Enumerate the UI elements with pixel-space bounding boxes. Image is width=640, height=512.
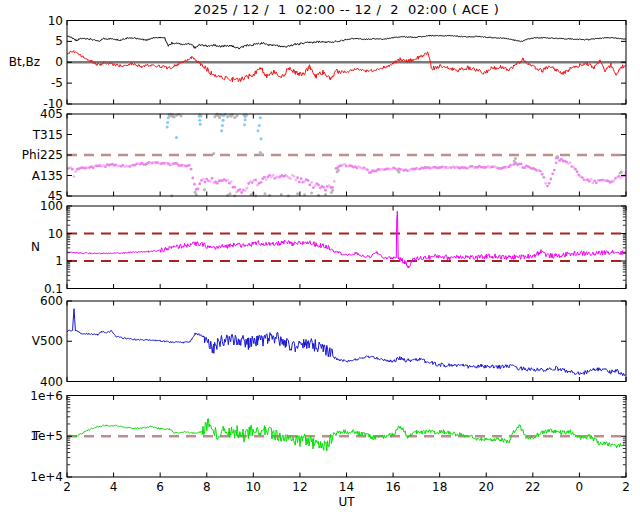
panel-border <box>67 206 626 289</box>
xtick-label: 8 <box>203 480 211 494</box>
panel-magnetic-field <box>67 21 626 105</box>
panel-label-v: V <box>32 334 41 348</box>
ytick-label: 1e+4 <box>30 470 63 484</box>
ytick-label: 500 <box>40 334 63 348</box>
panel-density <box>67 206 626 289</box>
bt-line <box>67 35 626 49</box>
n-line <box>67 211 626 268</box>
xtick-label: 20 <box>479 480 494 494</box>
panel-label-t: T <box>32 429 41 443</box>
ytick-label: 5 <box>55 34 63 48</box>
bz-line <box>67 51 626 82</box>
ytick-label: 225 <box>40 148 63 162</box>
ytick-label: 135 <box>40 169 63 183</box>
x-axis-label: UT <box>67 495 626 509</box>
ytick-label: 405 <box>40 107 63 121</box>
ace-solar-wind-plot: 2025 / 12 / 1 02:00 -- 12 / 2 02:00 ( AC… <box>0 0 640 512</box>
xtick-label: 14 <box>339 480 354 494</box>
panel-label-t: T <box>32 128 41 142</box>
xtick-label: 2 <box>622 480 630 494</box>
panel-label-a: A <box>32 169 41 183</box>
ytick-label: 600 <box>40 294 63 308</box>
chart-canvas: 1050-5-10Bt,Bz40531522513545TPhiA1001010… <box>0 0 640 512</box>
ytick-label: 10 <box>48 14 63 28</box>
xtick-label: 10 <box>246 480 261 494</box>
panel-label-phi: Phi <box>22 148 40 162</box>
ytick-label: 0 <box>55 55 63 69</box>
xtick-label: 2 <box>63 480 71 494</box>
xtick-label: 18 <box>432 480 447 494</box>
xtick-label: 6 <box>156 480 164 494</box>
ytick-label: 315 <box>40 128 63 142</box>
v-line <box>67 309 626 376</box>
xtick-label: 0 <box>576 480 584 494</box>
ytick-label: 1 <box>55 254 63 268</box>
ytick-label: 100 <box>40 199 63 213</box>
ytick-label: 10 <box>48 227 63 241</box>
ytick-label: 1e+6 <box>30 389 63 403</box>
phi-dots <box>66 157 628 194</box>
panel-phi-angle <box>66 113 628 198</box>
xtick-label: 22 <box>525 480 540 494</box>
panel-label-n: N <box>31 240 40 254</box>
ytick-label: -5 <box>51 76 63 90</box>
xtick-label: 16 <box>385 480 400 494</box>
ytick-label: 400 <box>40 375 63 389</box>
panel-label-bt,bz: Bt,Bz <box>9 55 40 69</box>
xtick-label: 12 <box>292 480 307 494</box>
xtick-label: 4 <box>110 480 118 494</box>
t-line <box>67 419 626 451</box>
panel-speed <box>67 301 626 382</box>
panel-temperature <box>67 396 626 478</box>
